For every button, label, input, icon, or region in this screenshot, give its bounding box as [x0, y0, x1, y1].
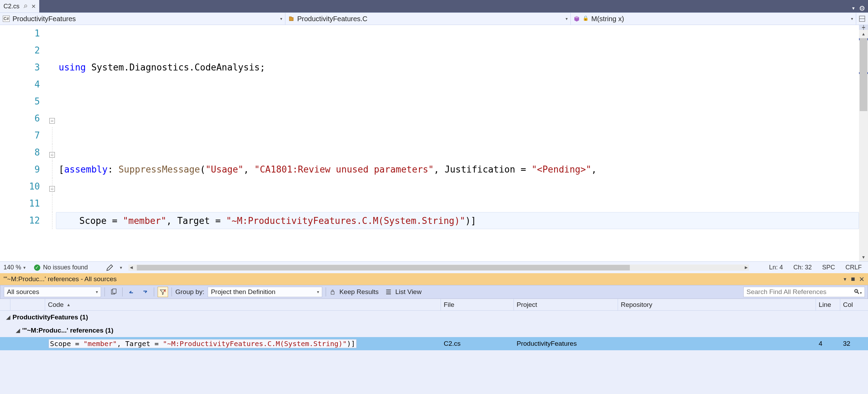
result-group-project[interactable]: ◢ProductivityFeatures (1)	[0, 311, 868, 324]
scroll-up-icon[interactable]: ▲	[859, 30, 868, 38]
scrollbar-thumb[interactable]	[137, 265, 630, 270]
result-row-selected[interactable]: Scope = "member", Target = "~M:Productiv…	[0, 337, 868, 350]
results-grid: ◢ProductivityFeatures (1) ◢'"~M:Produc..…	[0, 311, 868, 394]
split-icon	[859, 16, 865, 22]
nav-scope-project[interactable]: C# ProductivityFeatures ▾	[0, 13, 285, 25]
pin-icon[interactable]: ⬛︎	[851, 276, 855, 282]
chevron-down-icon: ▾	[566, 16, 568, 21]
panel-title: '"~M:Produc...' references - All sources	[3, 275, 117, 283]
line-ending-mode[interactable]: CRLF	[845, 264, 862, 271]
group-by-dropdown[interactable]: Project then Definition ▾	[208, 287, 322, 297]
column-header-code[interactable]: Code▲	[45, 299, 441, 310]
zoom-level[interactable]: 140 %▼	[0, 264, 30, 271]
result-group-definition[interactable]: ◢'"~M:Produc...' references (1)	[0, 324, 868, 337]
source-filter-label: All sources	[7, 288, 39, 296]
issues-indicator[interactable]: ✓ No issues found	[30, 264, 92, 271]
file-tab-active[interactable]: C2.cs ⚲ ✕	[0, 0, 39, 12]
lock-icon	[329, 289, 336, 295]
result-project: ProductivityFeatures	[514, 337, 618, 350]
search-icon[interactable]: 🔍︎▾	[853, 288, 862, 296]
column-header-line[interactable]: Line	[816, 299, 840, 310]
keep-results-button[interactable]: Keep Results	[326, 285, 382, 299]
chevron-down-icon: ▾	[851, 16, 853, 21]
tab-filename: C2.cs	[3, 3, 19, 10]
keep-results-label: Keep Results	[339, 288, 378, 296]
gear-icon[interactable]: ⚙	[859, 4, 865, 12]
editor-status-bar: 140 %▼ ✓ No issues found ▼ Ln: 4 Ch: 32 …	[0, 261, 868, 273]
nav-scope-member[interactable]: 🔒 M(string x) ▾	[571, 13, 856, 25]
svg-rect-6	[331, 292, 334, 294]
chevron-down-icon: ▾	[280, 16, 282, 21]
column-header-col[interactable]: Col	[840, 299, 868, 310]
chevron-down-icon[interactable]: ▼	[851, 6, 856, 11]
svg-rect-3	[113, 289, 116, 293]
list-icon	[385, 289, 392, 295]
list-view-button[interactable]: List View	[382, 285, 425, 299]
fold-toggle[interactable]: −	[49, 118, 55, 124]
pen-icon[interactable]	[106, 264, 114, 271]
csharp-file-icon: C#	[3, 16, 10, 22]
source-filter-dropdown[interactable]: All sources ▾	[4, 287, 101, 297]
pin-icon[interactable]: ⚲	[22, 3, 28, 9]
search-placeholder: Search Find All References	[746, 288, 826, 296]
issues-text: No issues found	[43, 264, 88, 271]
scroll-down-icon[interactable]: ▼	[859, 253, 868, 261]
column-header-file[interactable]: File	[441, 299, 514, 310]
class-icon	[288, 16, 294, 22]
next-button[interactable]	[140, 287, 150, 297]
list-view-label: List View	[395, 288, 422, 296]
lock-icon: 🔒	[583, 15, 589, 21]
results-grid-header: Code▲ File Project Repository Line Col	[0, 299, 868, 311]
chevron-down-icon[interactable]: ▼	[843, 277, 847, 282]
method-icon	[574, 16, 580, 22]
nav-scope-project-label: ProductivityFeatures	[12, 15, 76, 23]
split-editor-button[interactable]	[856, 13, 868, 25]
find-references-panel-header: '"~M:Produc...' references - All sources…	[0, 273, 868, 285]
indent-mode[interactable]: SPC	[822, 264, 835, 271]
close-icon[interactable]: ✕	[859, 275, 865, 283]
close-icon[interactable]: ✕	[31, 3, 36, 10]
result-line: 4	[816, 337, 840, 350]
column-header-project[interactable]: Project	[514, 299, 618, 310]
check-icon: ✓	[34, 265, 40, 271]
find-references-toolbar: All sources ▾ Group by: Project then Def…	[0, 285, 868, 299]
fold-toggle[interactable]: −	[49, 152, 55, 158]
chevron-down-icon: ▾	[96, 290, 98, 294]
group-by-value: Project then Definition	[211, 288, 275, 296]
cursor-char: Ch: 32	[793, 264, 812, 271]
chevron-down-icon: ▾	[317, 290, 319, 294]
vertical-scrollbar[interactable]: ▲ ▼	[859, 30, 868, 261]
previous-button[interactable]	[126, 287, 136, 297]
scrollbar-thumb[interactable]	[860, 38, 867, 111]
nav-scope-class-label: ProductivityFeatures.C	[297, 15, 367, 23]
nav-scope-class[interactable]: ProductivityFeatures.C ▾	[285, 13, 571, 25]
search-references-input[interactable]: Search Find All References 🔍︎▾	[743, 287, 865, 297]
fold-toggle[interactable]: −	[49, 186, 55, 192]
document-tab-strip: C2.cs ⚲ ✕ ▼ ⚙	[0, 0, 868, 12]
editor-split-handle[interactable]: ┿	[859, 25, 868, 30]
collapse-icon[interactable]: ◢	[6, 314, 11, 320]
clear-filters-button[interactable]	[158, 287, 168, 297]
copy-button[interactable]	[108, 287, 119, 297]
cursor-line: Ln: 4	[769, 264, 783, 271]
result-col: 32	[840, 337, 868, 350]
line-number-gutter: 123456789101112	[0, 25, 47, 261]
collapse-icon[interactable]: ◢	[15, 327, 21, 334]
result-file: C2.cs	[441, 337, 514, 350]
code-content[interactable]: using System.Diagnostics.CodeAnalysis; […	[57, 25, 859, 261]
horizontal-scrollbar[interactable]	[128, 265, 749, 271]
code-navigation-bar: C# ProductivityFeatures ▾ ProductivityFe…	[0, 12, 868, 25]
column-header-repository[interactable]: Repository	[618, 299, 816, 310]
group-by-label: Group by:	[175, 288, 204, 296]
nav-scope-member-label: M(string x)	[591, 15, 624, 23]
code-editor[interactable]: 123456789101112 − − − using System.Diagn…	[0, 25, 868, 261]
